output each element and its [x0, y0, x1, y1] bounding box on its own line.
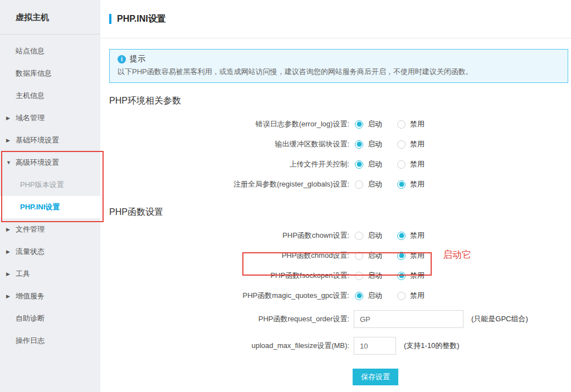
radio-group-fsockopen: 启动禁用 — [355, 271, 440, 281]
sidebar-title: 虚拟主机 — [0, 0, 100, 35]
radio-group-file-uploads: 启动禁用 — [355, 159, 440, 169]
sidebar-item-label: 高级环境设置 — [16, 158, 59, 166]
radio-label-enable: 启动 — [368, 179, 382, 189]
field-label-chown: PHP函数chown设置: — [109, 231, 349, 241]
sidebar-item-advanced-env-settings[interactable]: ▼高级环境设置 — [0, 151, 100, 174]
field-label-upload-max-filesize: upload_max_filesize设置(MB): — [109, 341, 349, 351]
app-window: 虚拟主机 站点信息数据库信息主机信息▶域名管理▶基础环境设置▼高级环境设置PHP… — [0, 0, 571, 392]
field-label-register-globals: 注册全局参数(register_globals)设置: — [109, 179, 349, 189]
main-content: PHP.INI设置 i 提示 以下PHP函数容易被黑客利用，或造成网站访问慢，建… — [100, 0, 571, 392]
save-settings-button[interactable]: 保存设置 — [353, 369, 398, 385]
radio-label-enable: 启动 — [368, 231, 382, 241]
radio-chown-enable[interactable] — [355, 232, 363, 240]
form-row-file-uploads: 上传文件开关控制:启动禁用 — [109, 154, 568, 174]
alert-title: 提示 — [130, 54, 145, 64]
radio-group-error-log: 启动禁用 — [355, 119, 440, 129]
sidebar-item-file-management[interactable]: ▶文件管理 — [0, 218, 100, 241]
radio-group-register-globals: 启动禁用 — [355, 179, 440, 189]
sidebar-item-site-info[interactable]: 站点信息 — [0, 40, 100, 62]
radio-fsockopen-disable[interactable] — [397, 272, 406, 280]
chevron-right-icon: ▶ — [6, 129, 10, 151]
radio-fsockopen-enable[interactable] — [355, 272, 363, 280]
sidebar-item-label: 工具 — [16, 270, 30, 278]
chevron-right-icon: ▶ — [6, 263, 10, 285]
section-heading-php-env: PHP环境相关参数 — [109, 95, 568, 106]
page-title: PHP.INI设置 — [117, 13, 166, 25]
upload-max-filesize-note: (支持1-10的整数) — [404, 341, 460, 351]
title-accent-bar — [109, 14, 111, 24]
chevron-right-icon: ▶ — [6, 218, 10, 241]
radio-register-globals-disable[interactable] — [397, 180, 406, 189]
field-label-file-uploads: 上传文件开关控制: — [109, 159, 349, 169]
radio-label-enable: 启动 — [368, 251, 382, 261]
sidebar-nav: 站点信息数据库信息主机信息▶域名管理▶基础环境设置▼高级环境设置PHP版本设置P… — [0, 35, 100, 352]
radio-label-disable: 禁用 — [410, 291, 424, 301]
radio-register-globals-enable[interactable] — [355, 180, 363, 189]
sidebar-item-basic-env-settings[interactable]: ▶基础环境设置 — [0, 129, 100, 151]
radio-label-enable: 启动 — [368, 159, 382, 169]
radio-label-enable: 启动 — [368, 139, 382, 149]
radio-magic-quotes-gpc-disable[interactable] — [397, 292, 406, 300]
radio-error-log-disable[interactable] — [397, 120, 406, 129]
sidebar: 虚拟主机 站点信息数据库信息主机信息▶域名管理▶基础环境设置▼高级环境设置PHP… — [0, 0, 100, 392]
radio-group-output-buffering: 启动禁用 — [355, 139, 440, 149]
radio-error-log-enable[interactable] — [355, 120, 363, 129]
radio-magic-quotes-gpc-enable[interactable] — [355, 292, 363, 300]
radio-label-disable: 禁用 — [410, 179, 424, 189]
radio-label-disable: 禁用 — [410, 119, 424, 129]
form-row-chmod: PHP函数chmod设置:启动禁用 — [109, 246, 568, 266]
sidebar-item-label: PHP版本设置 — [20, 180, 64, 189]
chevron-right-icon: ▶ — [6, 107, 10, 129]
radio-label-disable: 禁用 — [410, 251, 424, 261]
chevron-right-icon: ▶ — [6, 241, 10, 263]
radio-chmod-enable[interactable] — [355, 252, 363, 260]
sidebar-item-label: 主机信息 — [16, 91, 45, 100]
sidebar-item-host-info[interactable]: 主机信息 — [0, 85, 100, 107]
sidebar-item-label: 增值服务 — [16, 292, 45, 300]
sidebar-item-label: 数据库信息 — [16, 69, 52, 77]
sidebar-item-traffic-status[interactable]: ▶流量状态 — [0, 241, 100, 263]
radio-chmod-disable[interactable] — [397, 252, 406, 260]
sidebar-item-php-ini-settings[interactable]: PHP.INI设置 — [0, 196, 100, 218]
sidebar-item-tools[interactable]: ▶工具 — [0, 263, 100, 285]
chevron-down-icon: ▼ — [6, 151, 11, 174]
sidebar-item-label: 流量状态 — [16, 247, 45, 256]
sidebar-item-operation-logs[interactable]: 操作日志 — [0, 330, 100, 352]
radio-group-chown: 启动禁用 — [355, 231, 440, 241]
alert-title-row: i 提示 — [118, 54, 560, 64]
form-row-output-buffering: 输出缓冲区数据块设置:启动禁用 — [109, 134, 568, 154]
sidebar-item-value-added-services[interactable]: ▶增值服务 — [0, 285, 100, 307]
content-area: i 提示 以下PHP函数容易被黑客利用，或造成网站访问慢，建议咨询您的网站服务商… — [100, 38, 571, 385]
field-label-error-log: 错误日志参数(error_log)设置: — [109, 119, 349, 129]
tip-alert: i 提示 以下PHP函数容易被黑客利用，或造成网站访问慢，建议咨询您的网站服务商… — [109, 49, 568, 83]
upload-max-filesize-input[interactable] — [354, 337, 396, 355]
field-label-request-order: PHP函数request_order设置: — [109, 314, 349, 324]
radio-label-enable: 启动 — [368, 271, 382, 281]
form-row-error-log: 错误日志参数(error_log)设置:启动禁用 — [109, 114, 568, 134]
sidebar-item-label: 操作日志 — [16, 336, 45, 345]
radio-file-uploads-enable[interactable] — [355, 160, 363, 169]
sidebar-item-self-diagnosis[interactable]: 自助诊断 — [0, 307, 100, 330]
chevron-right-icon: ▶ — [6, 285, 10, 307]
radio-file-uploads-disable[interactable] — [397, 160, 406, 169]
form-row-upload-max-filesize: upload_max_filesize设置(MB):(支持1-10的整数) — [109, 337, 568, 355]
php-func-radio-rows: PHP函数chown设置:启动禁用PHP函数chmod设置:启动禁用PHP函数f… — [109, 226, 568, 306]
radio-output-buffering-enable[interactable] — [355, 140, 363, 149]
request-order-note: (只能是GPC组合) — [471, 314, 528, 324]
sidebar-item-label: 域名管理 — [16, 114, 45, 122]
sidebar-item-php-version-settings[interactable]: PHP版本设置 — [0, 174, 100, 196]
sidebar-item-label: 基础环境设置 — [16, 136, 59, 144]
sidebar-item-label: PHP.INI设置 — [20, 203, 60, 211]
sidebar-item-domain-management[interactable]: ▶域名管理 — [0, 107, 100, 129]
radio-chown-disable[interactable] — [397, 232, 406, 240]
form-row-request-order: PHP函数request_order设置:(只能是GPC组合) — [109, 310, 568, 328]
sidebar-item-label: 自助诊断 — [16, 314, 45, 322]
radio-label-enable: 启动 — [368, 119, 382, 129]
info-icon: i — [118, 55, 126, 63]
sidebar-item-database-info[interactable]: 数据库信息 — [0, 62, 100, 85]
radio-group-magic-quotes-gpc: 启动禁用 — [355, 291, 440, 301]
request-order-input[interactable] — [354, 310, 463, 328]
radio-group-chmod: 启动禁用 — [355, 251, 440, 261]
radio-output-buffering-disable[interactable] — [397, 140, 406, 149]
form-row-fsockopen: PHP函数fsockopen设置:启动禁用 — [109, 266, 568, 286]
